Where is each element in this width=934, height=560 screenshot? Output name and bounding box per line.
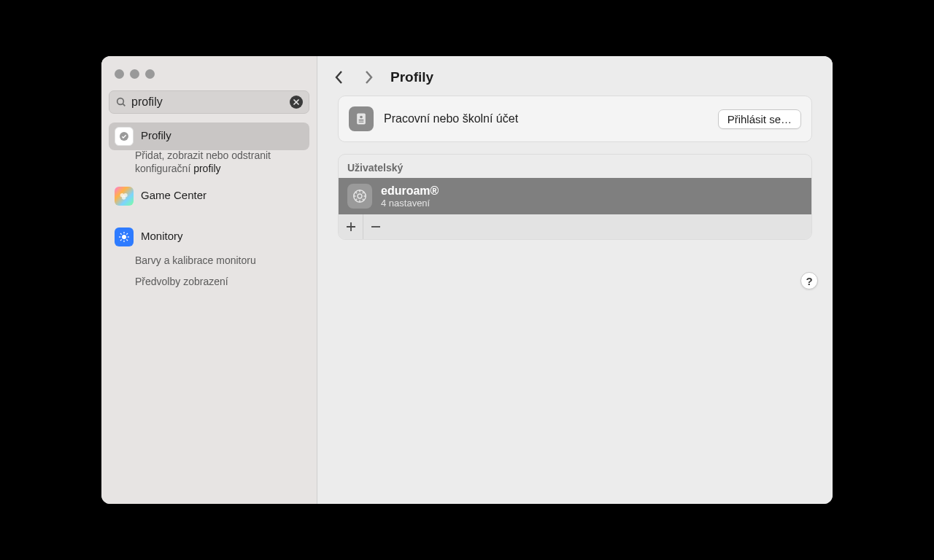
minus-icon (371, 222, 381, 232)
clear-search-button[interactable] (290, 96, 303, 109)
chevron-left-icon (334, 70, 344, 85)
help-button[interactable]: ? (800, 272, 818, 289)
settings-window: Profily Přidat, zobrazit nebo odstranit … (101, 56, 833, 504)
sidebar: Profily Přidat, zobrazit nebo odstranit … (101, 56, 317, 504)
svg-line-27 (355, 192, 357, 193)
sidebar-item-label: Game Center (141, 187, 207, 204)
svg-point-4 (120, 132, 128, 141)
svg-line-15 (126, 233, 128, 235)
sidebar-profiles-description: Přidat, zobrazit nebo odstranit konfigur… (109, 149, 291, 175)
account-label: Pracovní nebo školní účet (384, 112, 708, 125)
svg-line-29 (363, 192, 364, 193)
gamecenter-icon (115, 187, 134, 206)
search-icon (115, 96, 127, 108)
svg-rect-19 (359, 120, 364, 121)
svg-line-16 (120, 240, 122, 241)
svg-line-30 (355, 199, 357, 201)
profile-row-eduroam[interactable]: eduroam® 4 nastavení (339, 178, 811, 214)
user-section-header: Uživatelský (339, 155, 811, 178)
svg-rect-17 (357, 114, 366, 125)
forward-button[interactable] (361, 70, 376, 85)
svg-line-28 (363, 199, 364, 201)
sign-in-button[interactable]: Přihlásit se… (718, 109, 801, 129)
page-title: Profily (390, 69, 433, 85)
account-badge-icon (349, 106, 374, 131)
svg-line-13 (120, 233, 122, 235)
svg-line-14 (126, 240, 128, 241)
svg-point-18 (360, 116, 363, 119)
svg-point-0 (117, 98, 124, 105)
plus-icon (346, 222, 356, 232)
svg-point-22 (358, 194, 362, 198)
profile-name: eduroam® (381, 184, 439, 198)
svg-rect-20 (359, 122, 364, 122)
search-container (101, 88, 317, 120)
remove-profile-button[interactable] (363, 214, 388, 239)
profile-text: eduroam® 4 nastavení (381, 184, 439, 209)
minimize-window-button[interactable] (130, 69, 139, 79)
sidebar-displays-sub2[interactable]: Předvolby zobrazení (109, 275, 291, 288)
displays-icon (115, 228, 134, 246)
sidebar-list: Profily Přidat, zobrazit nebo odstranit … (101, 120, 317, 297)
profile-subtitle: 4 nastavení (381, 198, 439, 209)
search-field[interactable] (109, 90, 309, 114)
svg-line-1 (123, 104, 125, 106)
x-icon (293, 98, 300, 106)
toolbar: Profily (317, 56, 833, 96)
sidebar-item-gamecenter[interactable]: Game Center (109, 182, 309, 210)
content-pane: Profily Pracovní nebo školní účet Přihlá… (317, 56, 833, 504)
sidebar-displays-sub1[interactable]: Barvy a kalibrace monitoru (109, 254, 291, 267)
profiles-icon (115, 127, 134, 146)
sidebar-item-displays[interactable]: Monitory (109, 223, 309, 251)
zoom-window-button[interactable] (145, 69, 155, 79)
search-input[interactable] (131, 96, 290, 109)
back-button[interactable] (332, 70, 347, 85)
close-window-button[interactable] (115, 69, 124, 79)
svg-point-7 (122, 196, 126, 200)
profiles-footer (339, 214, 811, 239)
work-school-account-card: Pracovní nebo školní účet Přihlásit se… (338, 96, 812, 142)
svg-point-8 (122, 235, 126, 239)
main-content: Pracovní nebo školní účet Přihlásit se… … (317, 96, 833, 240)
sidebar-item-profiles[interactable]: Profily (109, 122, 309, 150)
chevron-right-icon (363, 70, 374, 85)
sidebar-item-label: Profily (141, 127, 171, 144)
user-profiles-section: Uživatelský eduroam® 4 nastavení (338, 154, 812, 240)
add-profile-button[interactable] (339, 214, 363, 239)
gear-icon (347, 184, 372, 209)
sidebar-item-label: Monitory (141, 228, 183, 245)
window-controls (101, 56, 317, 88)
